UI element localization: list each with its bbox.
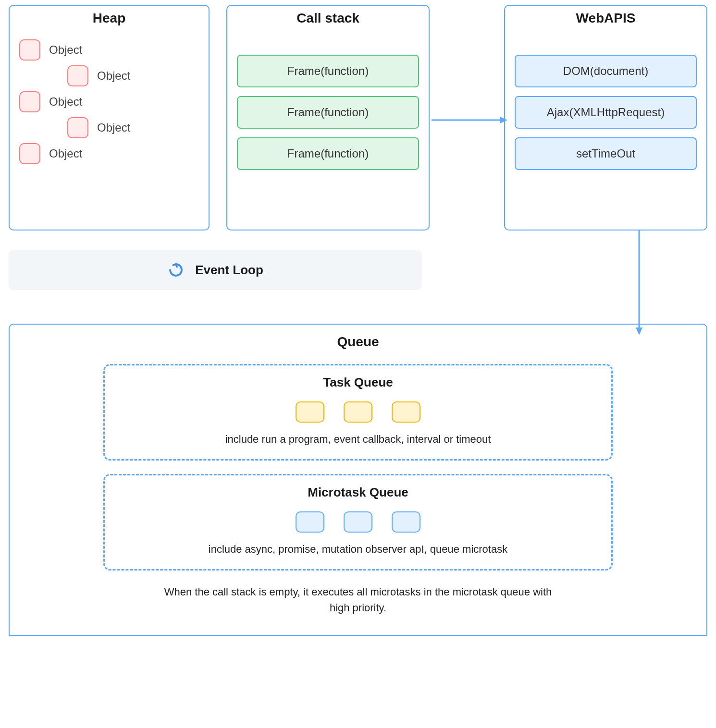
- api-list: DOM(document) Ajax(XMLHttpRequest) setTi…: [515, 55, 697, 170]
- heap-object-label: Object: [49, 147, 82, 160]
- frame-list: Frame(function) Frame(function) Frame(fu…: [237, 55, 419, 170]
- frame-item: Frame(function): [237, 137, 419, 170]
- webapis-panel: WebAPIS DOM(document) Ajax(XMLHttpReques…: [504, 5, 707, 231]
- callstack-panel: Call stack Frame(function) Frame(functio…: [226, 5, 430, 231]
- queue-title: Queue: [10, 334, 706, 350]
- heap-item: Object: [19, 39, 199, 61]
- microtask-token-icon: [296, 511, 324, 533]
- api-item: setTimeOut: [515, 137, 697, 170]
- heap-object-icon: [67, 65, 88, 86]
- microtask-queue: Microtask Queue include async, promise, …: [103, 474, 613, 570]
- microtask-token-row: [105, 511, 611, 533]
- queue-inner: Task Queue include run a program, event …: [103, 364, 613, 570]
- heap-title: Heap: [19, 11, 199, 26]
- heap-item: Object: [19, 91, 199, 112]
- heap-object-icon: [67, 117, 88, 138]
- arrow-webapis-to-queue: [634, 231, 644, 336]
- api-item: DOM(document): [515, 55, 697, 87]
- task-queue-title: Task Queue: [105, 375, 611, 390]
- microtask-token-icon: [392, 511, 420, 533]
- frame-item: Frame(function): [237, 96, 419, 129]
- callstack-title: Call stack: [237, 11, 419, 26]
- event-loop-label: Event Loop: [195, 263, 263, 278]
- heap-object-label: Object: [97, 121, 130, 134]
- heap-items: Object Object Object Object Object: [19, 39, 199, 164]
- heap-panel: Heap Object Object Object Object Object: [9, 5, 210, 231]
- heap-object-label: Object: [97, 69, 130, 83]
- microtask-queue-desc: include async, promise, mutation observe…: [105, 543, 611, 556]
- heap-object-label: Object: [49, 95, 82, 109]
- task-token-icon: [344, 401, 372, 423]
- task-token-row: [105, 401, 611, 423]
- heap-object-icon: [19, 39, 40, 61]
- api-item: Ajax(XMLHttpRequest): [515, 96, 697, 129]
- top-row: Heap Object Object Object Object Object: [9, 5, 707, 231]
- webapis-title: WebAPIS: [515, 11, 697, 26]
- frame-item: Frame(function): [237, 55, 419, 87]
- heap-item: Object: [19, 143, 199, 164]
- task-token-icon: [296, 401, 324, 423]
- refresh-icon: [167, 261, 185, 279]
- queue-panel: Queue Task Queue include run a program, …: [9, 324, 707, 636]
- event-loop: Event Loop: [9, 250, 422, 290]
- task-queue: Task Queue include run a program, event …: [103, 364, 613, 461]
- microtask-token-icon: [344, 511, 372, 533]
- task-queue-desc: include run a program, event callback, i…: [105, 433, 611, 446]
- heap-object-icon: [19, 143, 40, 164]
- heap-item: Object: [67, 65, 199, 86]
- task-token-icon: [392, 401, 420, 423]
- heap-object-icon: [19, 91, 40, 112]
- heap-object-label: Object: [49, 43, 82, 57]
- microtask-queue-title: Microtask Queue: [105, 485, 611, 500]
- queue-footer: When the call stack is empty, it execute…: [161, 584, 555, 616]
- heap-item: Object: [67, 117, 199, 138]
